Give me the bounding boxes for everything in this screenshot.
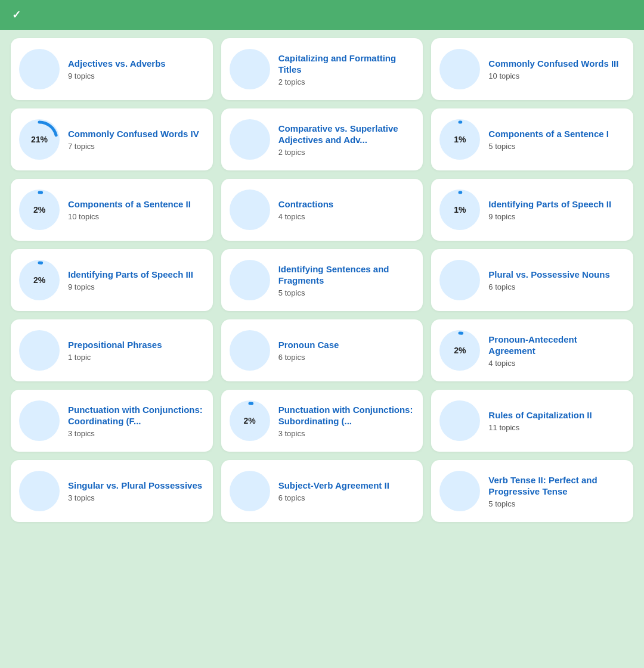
card-text: Rules of Capitalization II 11 topics [488, 409, 592, 432]
circle-wrapper [19, 400, 60, 441]
card-title: Rules of Capitalization II [488, 409, 592, 421]
card-text: Pronoun Case 6 topics [278, 339, 339, 362]
card-title: Punctuation with Conjunctions: Coordinat… [68, 404, 205, 427]
card-topics: 5 topics [278, 288, 415, 297]
progress-circle-wrapper: 1% [439, 119, 480, 160]
card-verb-tense-2[interactable]: Verb Tense II: Perfect and Progressive T… [431, 460, 633, 522]
card-topics: 3 topics [68, 493, 202, 502]
card-punctuation-subordinating[interactable]: 2% Punctuation with Conjunctions: Subord… [221, 390, 423, 452]
circle-bg [439, 400, 480, 441]
circle-wrapper [19, 330, 60, 371]
card-title: Identifying Sentences and Fragments [278, 263, 415, 287]
circle-wrapper [230, 119, 270, 160]
card-topics: 11 topics [488, 423, 592, 432]
card-contractions[interactable]: Contractions 4 topics [221, 179, 423, 241]
card-text: Verb Tense II: Perfect and Progressive T… [488, 474, 625, 508]
card-text: Plural vs. Possessive Nouns 6 topics [488, 269, 609, 291]
card-topics: 6 topics [278, 353, 339, 362]
circle-bg [19, 471, 60, 511]
card-text: Identifying Parts of Speech III 9 topics [68, 269, 193, 291]
card-topics: 9 topics [68, 72, 166, 80]
card-text: Prepositional Phrases 1 topic [68, 339, 162, 362]
circle-wrapper [230, 330, 270, 371]
card-punctuation-coordinating[interactable]: Punctuation with Conjunctions: Coordinat… [11, 390, 213, 452]
circle-bg [230, 119, 270, 160]
card-title: Identifying Parts of Speech III [68, 269, 193, 281]
card-topics: 10 topics [68, 212, 191, 221]
progress-circle-wrapper: 21% [19, 119, 60, 160]
card-title: Contractions [278, 198, 334, 210]
card-topics: 4 topics [488, 359, 625, 368]
card-text: Components of a Sentence I 5 topics [488, 128, 609, 151]
card-singular-plural-possessives[interactable]: Singular vs. Plural Possessives 3 topics [11, 460, 213, 522]
card-text: Components of a Sentence II 10 topics [68, 198, 191, 221]
card-subject-verb-agreement-2[interactable]: Subject-Verb Agreement II 6 topics [221, 460, 423, 522]
card-text: Identifying Sentences and Fragments 5 to… [278, 263, 415, 297]
card-comparative-superlative[interactable]: Comparative vs. Superlative Adjectives a… [221, 108, 423, 170]
card-rules-capitalization-2[interactable]: Rules of Capitalization II 11 topics [431, 390, 633, 452]
card-text: Comparative vs. Superlative Adjectives a… [278, 123, 415, 157]
progress-circle-wrapper: 2% [19, 260, 60, 300]
card-text: Punctuation with Conjunctions: Coordinat… [68, 404, 205, 438]
progress-label: 2% [244, 416, 256, 425]
card-title: Capitalizing and Formatting Titles [278, 52, 415, 76]
card-commonly-confused-words-3[interactable]: Commonly Confused Words III 10 topics [431, 38, 633, 100]
card-commonly-confused-words-4[interactable]: 21% Commonly Confused Words IV 7 topics [11, 108, 213, 170]
card-adjectives-vs-adverbs[interactable]: Adjectives vs. Adverbs 9 topics [11, 38, 213, 100]
card-components-sentence-1[interactable]: 1% Components of a Sentence I 5 topics [431, 108, 633, 170]
circle-bg [439, 471, 480, 511]
card-text: Contractions 4 topics [278, 198, 334, 221]
card-topics: 9 topics [488, 212, 611, 221]
card-topics: 3 topics [68, 429, 205, 438]
card-identifying-parts-speech-3[interactable]: 2% Identifying Parts of Speech III 9 top… [11, 249, 213, 311]
progress-circle-wrapper: 1% [439, 189, 480, 230]
circle-bg [19, 49, 60, 89]
card-title: Verb Tense II: Perfect and Progressive T… [488, 474, 625, 498]
circle-wrapper [230, 189, 270, 230]
card-topics: 10 topics [488, 72, 618, 80]
circle-wrapper [439, 471, 480, 511]
card-text: Pronoun-Antecedent Agreement 4 topics [488, 334, 625, 368]
card-identifying-parts-speech-2[interactable]: 1% Identifying Parts of Speech II 9 topi… [431, 179, 633, 241]
card-title: Singular vs. Plural Possessives [68, 480, 202, 492]
card-topics: 5 topics [488, 142, 609, 151]
circle-wrapper [439, 400, 480, 441]
progress-circle-wrapper: 2% [19, 189, 60, 230]
card-title: Plural vs. Possessive Nouns [488, 269, 609, 281]
card-title: Comparative vs. Superlative Adjectives a… [278, 123, 415, 146]
card-title: Identifying Parts of Speech II [488, 198, 611, 210]
card-components-sentence-2[interactable]: 2% Components of a Sentence II 10 topics [11, 179, 213, 241]
grade-header: ✓ [0, 0, 644, 30]
card-text: Singular vs. Plural Possessives 3 topics [68, 480, 202, 502]
progress-label: 2% [454, 346, 466, 355]
card-topics: 7 topics [68, 142, 199, 151]
circle-bg [19, 330, 60, 371]
circle-wrapper [19, 49, 60, 89]
card-title: Punctuation with Conjunctions: Subordina… [278, 404, 415, 427]
card-capitalizing-formatting-titles[interactable]: Capitalizing and Formatting Titles 2 top… [221, 38, 423, 100]
card-topics: 5 topics [488, 499, 625, 508]
circle-wrapper [439, 260, 480, 300]
card-text: Commonly Confused Words IV 7 topics [68, 128, 199, 151]
card-title: Commonly Confused Words IV [68, 128, 199, 140]
card-topics: 2 topics [278, 77, 415, 86]
card-pronoun-antecedent[interactable]: 2% Pronoun-Antecedent Agreement 4 topics [431, 319, 633, 381]
progress-label: 21% [31, 135, 48, 144]
circle-bg [439, 49, 480, 89]
card-prepositional-phrases[interactable]: Prepositional Phrases 1 topic [11, 319, 213, 381]
chevron-icon: ✓ [12, 8, 21, 21]
cards-grid: Adjectives vs. Adverbs 9 topics Capitali… [0, 30, 644, 530]
progress-label: 2% [33, 205, 45, 215]
card-title: Pronoun Case [278, 339, 339, 351]
circle-bg [439, 260, 480, 300]
card-text: Punctuation with Conjunctions: Subordina… [278, 404, 415, 438]
card-pronoun-case[interactable]: Pronoun Case 6 topics [221, 319, 423, 381]
card-title: Pronoun-Antecedent Agreement [488, 334, 625, 357]
circle-bg [230, 49, 270, 89]
progress-label: 1% [454, 205, 466, 215]
card-plural-possessive-nouns[interactable]: Plural vs. Possessive Nouns 6 topics [431, 249, 633, 311]
card-topics: 2 topics [278, 148, 415, 157]
card-identifying-sentences-fragments[interactable]: Identifying Sentences and Fragments 5 to… [221, 249, 423, 311]
progress-label: 1% [454, 135, 466, 144]
card-topics: 3 topics [278, 429, 415, 438]
